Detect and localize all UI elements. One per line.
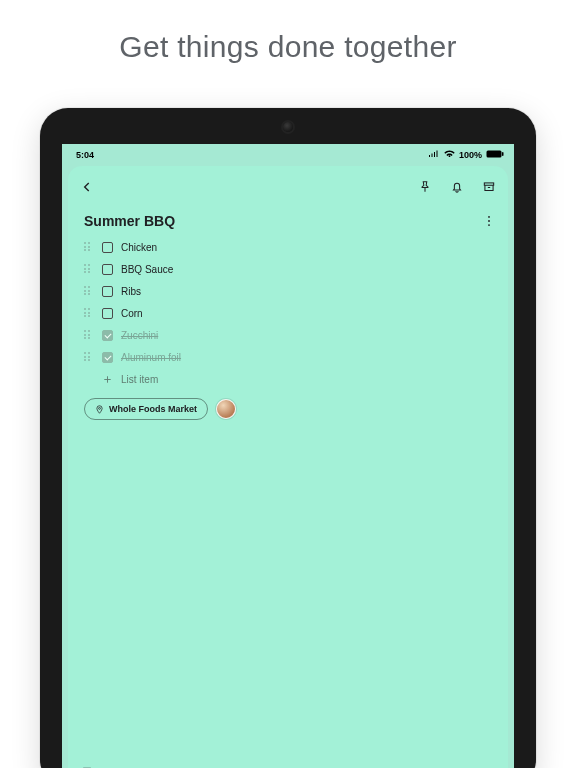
tablet-frame: 5:04 100% xyxy=(40,108,536,768)
tablet-camera xyxy=(283,122,293,132)
pin-button[interactable] xyxy=(416,178,434,196)
drag-handle-icon[interactable] xyxy=(84,330,94,340)
drag-handle-icon[interactable] xyxy=(84,286,94,296)
list-item[interactable]: Ribs xyxy=(78,280,498,302)
list-item[interactable]: Chicken xyxy=(78,236,498,258)
list-item-label: Ribs xyxy=(121,286,141,297)
note-overflow-button[interactable] xyxy=(480,212,498,230)
list-item[interactable]: Aluminum foil xyxy=(78,346,498,368)
list-item-label: Zucchini xyxy=(121,330,158,341)
svg-point-6 xyxy=(99,407,101,409)
note-title[interactable]: Summer BBQ xyxy=(84,213,175,229)
svg-rect-2 xyxy=(484,183,493,185)
checkbox[interactable] xyxy=(102,264,113,275)
svg-point-5 xyxy=(488,224,490,226)
checkbox[interactable] xyxy=(102,330,113,341)
svg-rect-1 xyxy=(502,152,504,156)
battery-percent: 100% xyxy=(459,150,482,160)
list-item[interactable]: Corn xyxy=(78,302,498,324)
status-time: 5:04 xyxy=(76,150,94,160)
list-item-label: Corn xyxy=(121,308,143,319)
archive-button[interactable] xyxy=(480,178,498,196)
signal-icon xyxy=(428,150,440,160)
add-list-item[interactable]: List item xyxy=(78,368,498,390)
checkbox[interactable] xyxy=(102,352,113,363)
list-item-label: Aluminum foil xyxy=(121,352,181,363)
reminder-button[interactable] xyxy=(448,178,466,196)
note-toolbar xyxy=(68,166,508,204)
back-button[interactable] xyxy=(78,178,96,196)
list-item[interactable]: BBQ Sauce xyxy=(78,258,498,280)
status-bar: 5:04 100% xyxy=(62,144,514,164)
list-item-label: Chicken xyxy=(121,242,157,253)
drag-handle-icon[interactable] xyxy=(84,352,94,362)
svg-rect-0 xyxy=(487,151,502,158)
location-chip[interactable]: Whole Foods Market xyxy=(84,398,208,420)
battery-icon xyxy=(486,150,504,160)
add-action-button[interactable] xyxy=(78,764,96,768)
add-list-item-label: List item xyxy=(121,374,158,385)
note-card: Summer BBQ Chicken BBQ Sauce xyxy=(68,166,508,768)
checkbox[interactable] xyxy=(102,242,113,253)
svg-point-4 xyxy=(488,220,490,222)
list-item[interactable]: Zucchini xyxy=(78,324,498,346)
checkbox[interactable] xyxy=(102,286,113,297)
wifi-icon xyxy=(444,150,455,160)
collaborator-avatar[interactable] xyxy=(216,399,236,419)
list-item-label: BBQ Sauce xyxy=(121,264,173,275)
drag-handle-icon[interactable] xyxy=(84,242,94,252)
drag-handle-icon[interactable] xyxy=(84,308,94,318)
device-screen: 5:04 100% xyxy=(62,144,514,768)
checkbox[interactable] xyxy=(102,308,113,319)
note-bottom-bar: Edited 7:00 PM xyxy=(68,762,508,768)
svg-point-3 xyxy=(488,216,490,218)
bottom-overflow-button[interactable] xyxy=(480,764,498,768)
marketing-headline: Get things done together xyxy=(0,30,576,64)
checklist: Chicken BBQ Sauce Ribs Corn xyxy=(68,236,508,390)
location-chip-label: Whole Foods Market xyxy=(109,404,197,414)
drag-handle-icon[interactable] xyxy=(84,264,94,274)
